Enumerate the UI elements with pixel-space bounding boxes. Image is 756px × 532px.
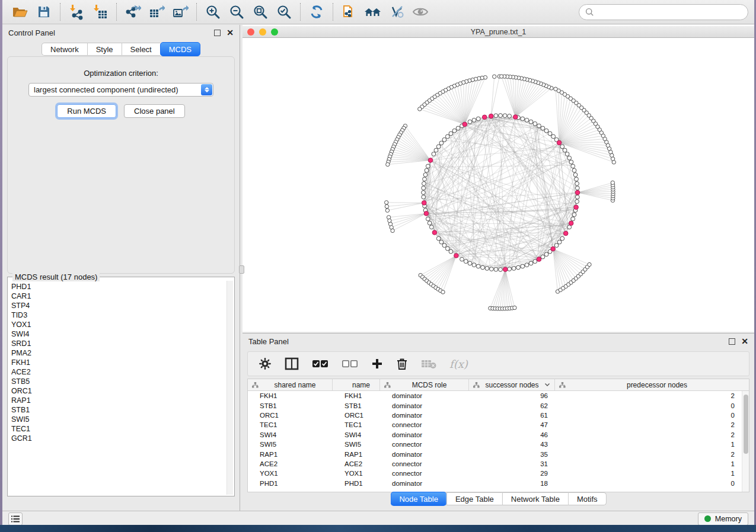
delete-table-icon[interactable]: [421, 358, 436, 369]
scrollbar-thumb[interactable]: [744, 395, 748, 454]
cell-shared-name: YOX1: [248, 470, 333, 477]
panel-splitter-handle[interactable]: [239, 265, 244, 274]
mcds-result-item[interactable]: PMA2: [11, 348, 226, 358]
mcds-result-item[interactable]: SWI5: [11, 415, 226, 424]
mcds-result-item[interactable]: SWI4: [11, 329, 226, 339]
graph-ring-node: [571, 164, 575, 168]
tab-network[interactable]: Network: [42, 43, 87, 56]
table-row[interactable]: SWI4SWI4dominator462: [248, 430, 742, 440]
mcds-result-item[interactable]: FKH1: [11, 358, 226, 367]
mcds-result-item[interactable]: CAR1: [11, 291, 226, 301]
mcds-result-item[interactable]: SRD1: [11, 339, 226, 348]
table-header-row: shared namenameMCDS rolesuccessor nodesp…: [248, 379, 749, 391]
cell-successor-nodes: 62: [469, 402, 555, 409]
table-row[interactable]: TEC1TEC1connector472: [248, 420, 742, 430]
cell-name: SWI5: [333, 441, 380, 448]
table-panel-header: Table Panel ✕: [243, 334, 754, 349]
optimization-criterion-select[interactable]: largest connected component (undirected): [28, 83, 213, 97]
mcds-result-item[interactable]: TEC1: [11, 424, 226, 434]
tab-node-table[interactable]: Node Table: [390, 492, 446, 506]
graph-ring-node: [516, 265, 521, 270]
table-row[interactable]: YOX1YOX1connector291: [248, 469, 742, 478]
export-network-icon[interactable]: [121, 2, 145, 22]
export-table-icon[interactable]: [145, 2, 168, 22]
column-header-name[interactable]: name: [333, 379, 380, 390]
table-row[interactable]: STB1STB1dominator620: [248, 400, 742, 410]
gear-icon[interactable]: [259, 357, 272, 370]
mcds-result-item[interactable]: RAP1: [11, 396, 226, 405]
zoom-fit-icon[interactable]: [248, 2, 272, 22]
search-field[interactable]: [579, 4, 748, 20]
import-table-icon[interactable]: [88, 2, 112, 22]
mcds-result-item[interactable]: STB1: [11, 405, 226, 415]
mcds-result-item[interactable]: TID3: [11, 310, 226, 320]
tab-motifs[interactable]: Motifs: [568, 492, 607, 505]
import-network-icon[interactable]: [65, 2, 88, 22]
memory-button[interactable]: Memory: [698, 512, 748, 525]
tab-select[interactable]: Select: [122, 43, 160, 56]
mcds-result-item[interactable]: ORC1: [11, 386, 226, 396]
mcds-result-list[interactable]: PHD1CAR1STP4TID3YOX1SWI4SRD1PMA2FKH1ACE2…: [11, 282, 226, 495]
cell-predecessor-nodes: 1: [555, 441, 742, 448]
refresh-icon[interactable]: [305, 2, 328, 22]
memory-label: Memory: [715, 515, 742, 523]
painter-icon[interactable]: [385, 2, 409, 22]
search-input[interactable]: [598, 8, 742, 17]
close-panel-icon[interactable]: ✕: [227, 30, 234, 36]
graph-ring-node: [439, 240, 444, 244]
graph-satellite-node: [385, 201, 388, 204]
houses-icon[interactable]: [361, 2, 385, 22]
select-all-checkboxes-icon[interactable]: [312, 359, 328, 368]
tab-edge-table[interactable]: Edge Table: [446, 492, 502, 505]
mcds-result-item[interactable]: YOX1: [11, 320, 226, 329]
graph-ring-node: [456, 126, 460, 130]
result-scrollbar[interactable]: [227, 281, 233, 495]
column-header-MCDS-role[interactable]: MCDS role: [380, 379, 469, 390]
zoom-in-icon[interactable]: [201, 2, 225, 22]
float-panel-icon[interactable]: [214, 30, 221, 36]
cell-name: ORC1: [333, 412, 380, 419]
task-history-button[interactable]: [8, 512, 23, 525]
table-row[interactable]: RAP1RAP1dominator352: [248, 449, 742, 459]
close-panel-icon[interactable]: ✕: [741, 338, 748, 345]
zoom-out-icon[interactable]: [225, 2, 248, 22]
mcds-result-item[interactable]: ACE2: [11, 367, 226, 377]
columns-icon[interactable]: [285, 357, 299, 370]
mcds-result-item[interactable]: GCR1: [11, 434, 226, 443]
table-row[interactable]: SWI5SWI5connector431: [248, 440, 742, 449]
eye-icon[interactable]: [409, 2, 432, 22]
tab-network-table[interactable]: Network Table: [502, 492, 568, 505]
tab-mcds[interactable]: MCDS: [160, 42, 200, 56]
zoom-selected-icon[interactable]: [272, 2, 296, 22]
mcds-result-item[interactable]: STP4: [11, 301, 226, 310]
table-row[interactable]: PHD1PHD1dominator180: [248, 479, 742, 488]
graph-ring-node: [541, 255, 545, 259]
save-icon[interactable]: [32, 2, 56, 22]
network-canvas[interactable]: [243, 38, 754, 332]
graph-hub-node: [454, 254, 459, 258]
graph-hub-node: [422, 201, 426, 206]
column-header-shared-name[interactable]: shared name: [248, 379, 333, 390]
function-builder-icon[interactable]: f(x): [449, 358, 468, 370]
column-header-predecessor-nodes[interactable]: predecessor nodes: [555, 379, 749, 390]
delete-column-icon[interactable]: [396, 357, 408, 370]
close-panel-button[interactable]: Close panel: [124, 104, 185, 118]
cell-successor-nodes: 61: [469, 412, 555, 419]
deselect-all-checkboxes-icon[interactable]: [342, 359, 358, 368]
table-row[interactable]: ACE2ACE2connector311: [248, 459, 742, 469]
export-image-icon[interactable]: [168, 2, 192, 22]
table-row[interactable]: ORC1ORC1dominator610: [248, 411, 742, 420]
add-column-icon[interactable]: [371, 358, 383, 370]
table-row[interactable]: FKH1FKH1dominator962: [248, 391, 742, 400]
cell-predecessor-nodes: 1: [555, 460, 742, 467]
column-header-successor-nodes[interactable]: successor nodes: [469, 379, 555, 390]
mcds-result-item[interactable]: PHD1: [11, 282, 226, 291]
graph-ring-node: [565, 152, 569, 156]
mcds-result-item[interactable]: STB5: [11, 377, 226, 386]
tab-style[interactable]: Style: [87, 43, 122, 56]
run-mcds-button[interactable]: Run MCDS: [57, 104, 116, 118]
open-folder-icon[interactable]: [8, 2, 32, 22]
float-panel-icon[interactable]: [729, 338, 735, 345]
table-scrollbar[interactable]: [742, 391, 749, 492]
network-document-icon[interactable]: [337, 2, 361, 22]
